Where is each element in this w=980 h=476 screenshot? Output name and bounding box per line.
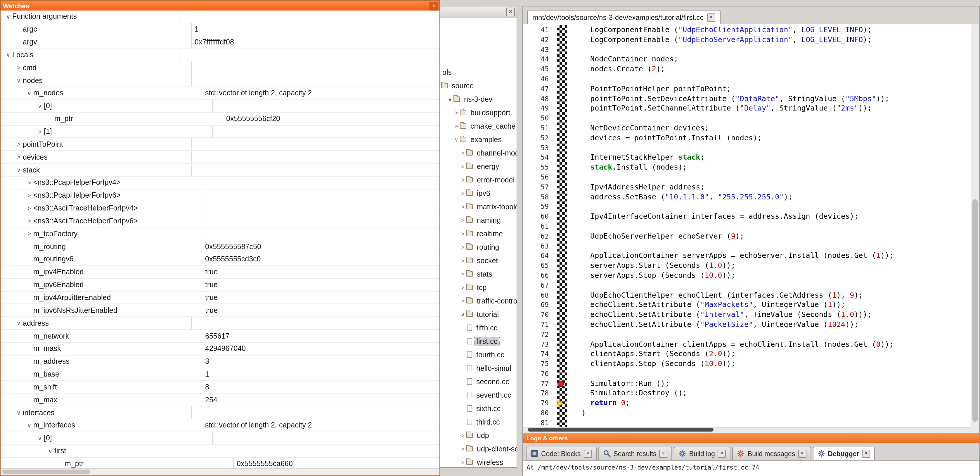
expand-arrow-icon[interactable]: > <box>460 284 466 290</box>
watch-row[interactable]: ><ns3::AsciiTraceHelperForIpv6> <box>1 215 439 228</box>
code-line[interactable]: 56 <box>523 173 971 182</box>
collapse-arrow-icon[interactable]: ∨ <box>4 52 12 58</box>
line-margin[interactable] <box>554 212 568 222</box>
breakpoint-icon[interactable] <box>557 380 564 387</box>
watch-row[interactable]: ∨interfaces <box>1 406 439 419</box>
code-line[interactable]: 45 nodes.Create (2); <box>523 64 971 74</box>
collapse-arrow-icon[interactable]: ∨ <box>36 103 44 109</box>
code-text[interactable]: PointToPointHelper pointToPoint; <box>581 84 971 94</box>
folder-tree-item-wireless[interactable]: >wireless <box>436 455 517 469</box>
folder-tree-item-udp-client-ser[interactable]: >udp-client-ser <box>436 442 517 455</box>
line-margin[interactable] <box>554 25 568 35</box>
folder-tree-item-ns-3-dev[interactable]: ∨ns-3-dev <box>436 93 517 106</box>
code-text[interactable]: Ipv4AddressHelper address; <box>581 182 971 192</box>
logs-panel-header[interactable]: Logs & others <box>523 433 979 443</box>
line-margin[interactable] <box>554 143 568 153</box>
line-margin[interactable] <box>554 84 568 94</box>
watch-row[interactable]: ∨[0] <box>1 100 439 113</box>
code-line[interactable]: 77 Simulator::Run (); <box>523 379 971 388</box>
code-text[interactable]: pointToPoint.SetDeviceAttribute ("DataRa… <box>581 94 971 104</box>
collapse-arrow-icon[interactable]: ∨ <box>453 137 459 142</box>
code-line[interactable]: 69 echoClient.SetAttribute ("MaxPackets"… <box>523 300 971 310</box>
line-number[interactable]: 78 <box>523 388 554 399</box>
watch-row[interactable]: ∨Locals <box>1 49 439 62</box>
code-text[interactable]: echoClient.SetAttribute ("PacketSize", U… <box>581 320 971 330</box>
collapse-arrow-icon[interactable]: ∨ <box>25 422 33 429</box>
log-tab-search-results[interactable]: Search results× <box>598 447 672 460</box>
line-margin[interactable] <box>554 153 568 163</box>
folder-tree-item-tutorial[interactable]: ∨tutorial <box>436 308 517 321</box>
log-tab-build-log[interactable]: Build log× <box>674 447 731 460</box>
code-line[interactable]: 41 LogComponentEnable ("UdpEchoClientApp… <box>523 25 971 35</box>
line-number[interactable]: 50 <box>523 113 554 123</box>
line-number[interactable]: 49 <box>523 104 554 114</box>
line-margin[interactable] <box>554 329 568 339</box>
watch-row[interactable]: ∨Function arguments <box>1 11 439 23</box>
line-margin[interactable] <box>554 359 568 369</box>
editor-vertical-scrollbar[interactable] <box>970 24 979 433</box>
watch-row[interactable]: ∨first <box>1 445 439 458</box>
expand-arrow-icon[interactable]: > <box>460 190 466 196</box>
line-number[interactable]: 43 <box>523 45 554 55</box>
code-line[interactable]: 61 <box>523 222 971 232</box>
watch-row[interactable]: ><ns3::PcapHelperForIpv4> <box>1 177 439 190</box>
expand-arrow-icon[interactable]: > <box>25 205 33 211</box>
close-icon[interactable]: × <box>430 2 438 11</box>
code-line[interactable]: 63 <box>523 241 971 251</box>
expand-arrow-icon[interactable]: > <box>14 154 23 160</box>
line-margin[interactable] <box>554 222 568 232</box>
expand-arrow-icon[interactable]: > <box>460 244 466 250</box>
code-text[interactable]: clientApps.Stop (Seconds (10.0)); <box>581 359 971 369</box>
line-margin[interactable] <box>554 94 568 104</box>
close-icon[interactable]: × <box>718 450 726 458</box>
folder-tree-item-udp[interactable]: >udp <box>436 429 517 442</box>
line-margin[interactable] <box>554 280 568 290</box>
line-number[interactable]: 69 <box>523 300 554 310</box>
line-margin[interactable] <box>554 388 568 399</box>
code-line[interactable]: 53 <box>523 143 971 153</box>
line-margin[interactable] <box>554 74 568 84</box>
file-tree-item-hello-simul[interactable]: hello-simul <box>436 361 517 375</box>
code-text[interactable] <box>581 241 971 251</box>
collapse-arrow-icon[interactable]: ∨ <box>46 448 54 454</box>
code-text[interactable] <box>581 222 971 232</box>
folder-tree-item-channel-mod[interactable]: >channel-mod <box>436 146 517 160</box>
code-line[interactable]: 50 <box>523 113 971 123</box>
editor-tab-first-cc[interactable]: mnt/dev/tools/source/ns-3-dev/examples/t… <box>527 10 721 24</box>
code-line[interactable]: 46 <box>523 74 971 84</box>
code-text[interactable]: echoClient.SetAttribute ("MaxPackets", U… <box>581 300 971 310</box>
line-margin[interactable] <box>554 173 568 182</box>
line-margin[interactable] <box>554 290 568 300</box>
watch-row[interactable]: ∨address <box>1 317 439 330</box>
code-text[interactable] <box>581 369 971 379</box>
line-number[interactable]: 52 <box>523 133 554 143</box>
line-number[interactable]: 45 <box>523 64 554 74</box>
folder-tree-item-buildsupport[interactable]: >buildsupport <box>436 106 517 119</box>
line-number[interactable]: 71 <box>523 320 554 330</box>
code-text[interactable]: Ipv4InterfaceContainer interfaces = addr… <box>581 212 971 222</box>
expand-arrow-icon[interactable]: > <box>460 231 466 236</box>
line-number[interactable]: 44 <box>523 55 554 65</box>
code-text[interactable] <box>581 173 971 182</box>
line-margin[interactable] <box>554 261 568 271</box>
expand-arrow-icon[interactable]: > <box>460 177 466 183</box>
code-text[interactable] <box>581 418 971 428</box>
line-number[interactable]: 46 <box>523 74 554 84</box>
line-number[interactable]: 55 <box>523 163 554 173</box>
code-text[interactable]: NetDeviceContainer devices; <box>581 123 971 133</box>
code-line[interactable]: 66 serverApps.Stop (Seconds (10.0)); <box>523 271 971 281</box>
folder-tree-item-cmake-cache[interactable]: >cmake_cache <box>436 119 517 133</box>
collapse-arrow-icon[interactable]: ∨ <box>14 320 23 326</box>
line-number[interactable]: 72 <box>523 329 554 339</box>
collapse-arrow-icon[interactable]: ∨ <box>14 409 23 416</box>
code-text[interactable] <box>581 45 971 55</box>
line-number[interactable]: 62 <box>523 231 554 241</box>
code-line[interactable]: 58 address.SetBase ("10.1.1.0", "255.255… <box>523 192 971 202</box>
watch-row[interactable]: ><ns3::PcapHelperForIpv6> <box>1 190 439 202</box>
line-margin[interactable] <box>554 369 568 379</box>
line-margin[interactable] <box>554 339 568 350</box>
expand-arrow-icon[interactable]: > <box>453 110 459 115</box>
folder-tree-item-error-model[interactable]: >error-model <box>436 173 517 187</box>
scrollbar-thumb[interactable] <box>972 200 978 422</box>
watch-row[interactable]: m_address3 <box>1 356 439 368</box>
